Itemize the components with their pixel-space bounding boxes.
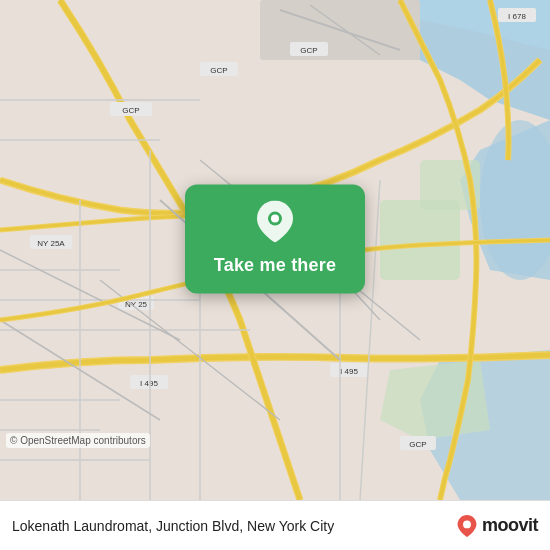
svg-text:GCP: GCP <box>210 66 227 75</box>
map-container: I 495 I 495 I 678 NY 25A GCP GCP GCP <box>0 0 550 500</box>
location-name: Lokenath Laundromat, Junction Blvd, New … <box>12 518 456 534</box>
svg-text:GCP: GCP <box>122 106 139 115</box>
svg-text:GCP: GCP <box>300 46 317 55</box>
location-pin-icon <box>257 201 293 247</box>
moovit-brand-text: moovit <box>482 515 538 536</box>
moovit-logo: moovit <box>456 515 538 537</box>
svg-marker-8 <box>380 360 490 440</box>
cta-label: Take me there <box>214 255 336 276</box>
moovit-pin-icon <box>456 515 478 537</box>
svg-rect-6 <box>380 200 460 280</box>
svg-point-50 <box>271 215 279 223</box>
svg-point-51 <box>463 520 471 528</box>
svg-text:I 678: I 678 <box>508 12 526 21</box>
cta-button[interactable]: Take me there <box>185 185 365 294</box>
svg-text:NY 25A: NY 25A <box>37 239 65 248</box>
svg-text:GCP: GCP <box>409 440 426 449</box>
svg-text:I 495: I 495 <box>340 367 358 376</box>
copyright-text: © OpenStreetMap contributors <box>6 433 150 448</box>
bottom-bar: Lokenath Laundromat, Junction Blvd, New … <box>0 500 550 550</box>
